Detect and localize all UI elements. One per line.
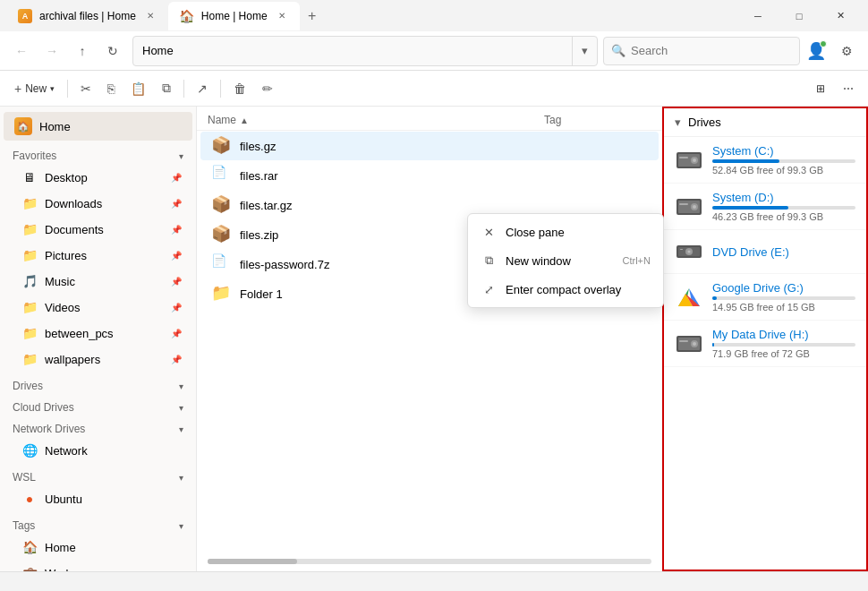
address-dropdown[interactable]: ▾ (572, 37, 597, 65)
file-name-rar: files.rar (240, 169, 648, 183)
section-cloud: Cloud Drives ▾ (0, 394, 196, 415)
sidebar-item-desktop[interactable]: 🖥 Desktop 📌 (4, 165, 192, 190)
col-name-label: Name (208, 114, 236, 126)
drive-item-system-c[interactable]: System (C:) 52.84 GB free of 99.3 GB (664, 137, 866, 184)
cloud-toggle[interactable]: ▾ (179, 403, 183, 413)
file-row-files-gz[interactable]: 📦 files.gz (200, 132, 659, 160)
more-button[interactable]: ⋯ (836, 79, 861, 98)
sidebar-item-between-pcs[interactable]: 📁 between_pcs 📌 (4, 321, 192, 346)
tab-close-archival[interactable]: ✕ (143, 9, 157, 23)
sidebar-item-ubuntu[interactable]: ● Ubuntu (4, 486, 192, 511)
sidebar-item-music[interactable]: 🎵 Music 📌 (4, 269, 192, 294)
sidebar-item-network[interactable]: 🌐 Network (4, 438, 192, 463)
desktop-icon: 🖥 (21, 169, 38, 185)
new-icon: + (14, 81, 21, 96)
drive-item-google-g[interactable]: Google Drive (G:) 14.95 GB free of 15 GB (664, 274, 866, 321)
svg-rect-9 (679, 203, 688, 205)
drive-bar-h (712, 343, 855, 347)
pictures-icon: 📁 (21, 247, 38, 263)
main-layout: 🏠 Home Favorites ▾ 🖥 Desktop 📌 📁 Downloa… (0, 107, 868, 571)
tab-home[interactable]: 🏠 Home | Home ✕ (168, 2, 300, 30)
drives-panel-header: ▾ Drives (664, 108, 866, 137)
delete-button[interactable]: 🗑 (226, 78, 253, 99)
status-bar (0, 571, 868, 591)
more-icon: ⋯ (843, 82, 854, 95)
refresh-button[interactable]: ↻ (98, 37, 127, 65)
tab-archival-files[interactable]: A archival files | Home ✕ (7, 2, 168, 30)
settings-button[interactable]: ⚙ (832, 37, 861, 65)
search-box[interactable]: 🔍 (603, 37, 800, 65)
sidebar-home[interactable]: 🏠 Home (4, 112, 192, 141)
cut-button[interactable]: ✂ (73, 78, 98, 99)
maximize-button[interactable]: □ (779, 0, 820, 31)
share-button[interactable]: ↗ (190, 78, 215, 99)
work-tag-icon: 💼 (21, 565, 38, 571)
search-input[interactable] (631, 44, 792, 57)
pin-icon-downloads: 📌 (171, 199, 182, 209)
network-drives-toggle[interactable]: ▾ (179, 424, 183, 434)
drive-info-e: DVD Drive (E:) (712, 245, 855, 259)
window-controls: ─ □ ✕ (737, 0, 861, 31)
drive-item-system-d[interactable]: System (D:) 46.23 GB free of 99.3 GB (664, 184, 866, 230)
tags-toggle[interactable]: ▾ (179, 521, 183, 531)
drives-section-label: Drives (13, 380, 43, 392)
pin-icon-videos: 📌 (171, 303, 182, 313)
file-icon-7z: 📄 (211, 253, 233, 275)
sidebar-wallpapers-label: wallpapers (45, 353, 100, 366)
new-button[interactable]: + New ▾ (7, 78, 62, 99)
add-tab-button[interactable]: + (300, 4, 325, 29)
view-button[interactable]: ⊞ (809, 79, 832, 98)
menu-item-compact-overlay[interactable]: ⤢ Enter compact overlay (468, 275, 663, 304)
col-tag[interactable]: Tag (544, 114, 651, 126)
scrollbar-thumb[interactable] (208, 559, 297, 564)
drive-name-e: DVD Drive (E:) (712, 245, 855, 259)
pin-icon-music: 📌 (171, 277, 182, 287)
separator-3 (220, 80, 221, 98)
minimize-button[interactable]: ─ (737, 0, 779, 31)
drives-collapse-icon[interactable]: ▾ (675, 116, 681, 129)
col-name[interactable]: Name ▲ (208, 114, 544, 126)
sidebar-item-pictures[interactable]: 📁 Pictures 📌 (4, 243, 192, 268)
address-bar[interactable]: Home (133, 37, 572, 65)
file-row-files-rar[interactable]: 📄 files.rar (200, 161, 659, 190)
drive-icon-h (675, 330, 703, 358)
drive-info-h: My Data Drive (H:) 71.9 GB free of 72 GB (712, 328, 855, 359)
favorites-toggle[interactable]: ▾ (179, 151, 183, 161)
sidebar-videos-label: Videos (45, 301, 81, 314)
up-button[interactable]: ↑ (68, 37, 97, 65)
back-button[interactable]: ← (7, 37, 36, 65)
file-icon-tar-gz: 📦 (211, 194, 233, 216)
account-button[interactable]: 👤 (802, 37, 830, 65)
tags-label: Tags (13, 519, 35, 532)
drive-info-g: Google Drive (G:) 14.95 GB free of 15 GB (712, 281, 855, 313)
paste-button[interactable]: 📋 (123, 78, 153, 99)
drive-info-d: System (D:) 46.23 GB free of 99.3 GB (712, 191, 855, 222)
drive-item-dvd-e[interactable]: DVD Drive (E:) (664, 230, 866, 274)
sidebar-item-wallpapers[interactable]: 📁 wallpapers 📌 (4, 347, 192, 372)
sidebar-item-downloads[interactable]: 📁 Downloads 📌 (4, 191, 192, 216)
sort-icon: ▲ (240, 116, 249, 125)
sidebar: 🏠 Home Favorites ▾ 🖥 Desktop 📌 📁 Downloa… (0, 107, 197, 571)
sidebar-item-videos[interactable]: 📁 Videos 📌 (4, 295, 192, 320)
close-button[interactable]: ✕ (820, 0, 861, 31)
forward-button[interactable]: → (38, 37, 66, 65)
sidebar-item-work-tag[interactable]: 💼 Work (4, 561, 192, 571)
menu-item-close-pane[interactable]: ✕ Close pane (468, 218, 663, 246)
drive-item-mydata-h[interactable]: My Data Drive (H:) 71.9 GB free of 72 GB (664, 321, 866, 367)
pin-icon-wallpapers: 📌 (171, 355, 182, 364)
copy2-button[interactable]: ⧉ (155, 77, 178, 99)
drives-toggle[interactable]: ▾ (179, 381, 183, 391)
copy-button[interactable]: ⎘ (100, 78, 122, 99)
section-favorites: Favorites ▾ (0, 142, 196, 164)
sidebar-downloads-label: Downloads (45, 197, 102, 210)
wallpapers-icon: 📁 (21, 351, 38, 367)
tab-close-home[interactable]: ✕ (275, 9, 289, 23)
wsl-toggle[interactable]: ▾ (179, 473, 183, 483)
compact-overlay-label: Enter compact overlay (506, 283, 621, 296)
sidebar-item-documents[interactable]: 📁 Documents 📌 (4, 217, 192, 242)
horizontal-scrollbar[interactable] (208, 559, 651, 564)
videos-icon: 📁 (21, 299, 38, 315)
sidebar-item-home-tag[interactable]: 🏠 Home (4, 535, 192, 560)
menu-item-new-window[interactable]: ⧉ New window Ctrl+N (468, 246, 663, 275)
rename-button[interactable]: ✏ (255, 78, 280, 99)
